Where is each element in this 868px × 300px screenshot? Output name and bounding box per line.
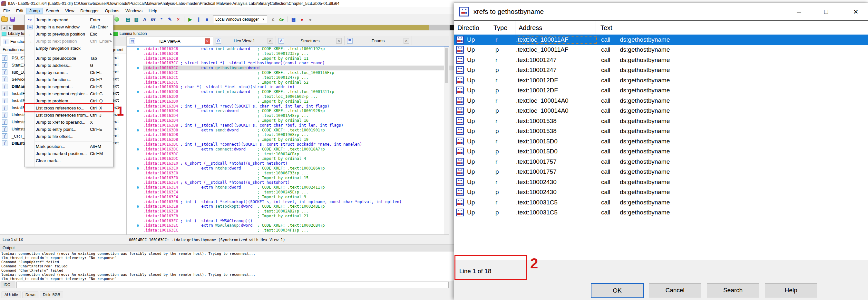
menubar-item[interactable]: Edit <box>13 8 26 14</box>
menu-item[interactable]: Jump to pseudocode Tab <box>25 55 113 62</box>
add-breakpoint-icon[interactable]: ● <box>298 16 306 23</box>
disassembly-line[interactable]: .idata:100163E0 ; Import by ordinal 15 <box>143 176 461 181</box>
xref-row[interactable]: Up p .text:10001247 call ds:gethostbynam… <box>454 65 868 76</box>
menu-item[interactable]: Jump to problem... Ctrl+Q <box>25 97 113 104</box>
xref-row[interactable]: Up r .text:100012DF call ds:gethostbynam… <box>454 75 868 86</box>
menu-item[interactable]: Empty navigation stack <box>25 45 113 52</box>
close-icon[interactable]: ✕ <box>205 38 210 44</box>
menu-item[interactable]: Jump to xref to operand... X <box>25 118 113 126</box>
debugger-select[interactable]: Local Windows debugger ▼ <box>213 16 267 23</box>
menubar-item[interactable]: File <box>0 8 13 14</box>
view-tab[interactable]: ▤ IDA View-A ✕ <box>127 36 213 46</box>
edit-icon[interactable]: ✎ <box>166 16 174 23</box>
xref-row[interactable]: Up p .text:10002430 call ds:gethostbynam… <box>454 187 868 198</box>
disassembly-listing[interactable]: .idata:100163C8 extrn inet_addr:dword ; … <box>127 47 461 233</box>
close-icon[interactable]: ✕ <box>268 38 273 44</box>
xref-row[interactable]: Up r .text:loc_100011AF call ds:gethostb… <box>454 34 868 45</box>
disassembly-line[interactable]: .idata:100163E4 ; Import by ordinal 9 <box>143 195 461 199</box>
menu-item[interactable]: Jump to segment... Ctrl+S <box>25 83 113 90</box>
menubar-item[interactable]: Search <box>43 8 62 14</box>
cancel-button[interactable]: Cancel <box>649 283 701 297</box>
attach-process-icon[interactable]: c <box>270 16 277 23</box>
disassembly-line[interactable]: .idata:100163D8 ; Import by ordinal 19 <box>143 137 461 142</box>
disassembly-line[interactable]: .idata:100163E4 ; u_short (__stdcall *ht… <box>143 180 461 185</box>
menu-item[interactable]: Jump to entry point... Ctrl+E <box>25 126 113 133</box>
disassembly-line[interactable]: .idata:100163DC ; int (__stdcall *connec… <box>143 142 461 147</box>
disassembly-line[interactable]: .idata:100163D4 ; int (__stdcall *recv)(… <box>143 104 461 109</box>
search-button[interactable]: Search <box>707 283 759 297</box>
disassembly-line[interactable]: .idata:100163EC ; int (__stdcall *WSACle… <box>143 219 461 223</box>
menu-item[interactable]: Jump to next position Ctrl+Enter <box>25 37 113 45</box>
xref-row[interactable]: Up r .text:10001757 call ds:gethostbynam… <box>454 157 868 167</box>
undefine-icon[interactable]: × <box>174 16 182 23</box>
disassembly-line[interactable]: .idata:100163E8 extrn setsockopt:dword ;… <box>143 204 461 209</box>
disassembly-line[interactable]: .idata:100163C8 extrn inet_addr:dword ; … <box>143 47 461 51</box>
nav-right-icon[interactable]: ▶ <box>7 25 13 30</box>
xref-row[interactable]: Up r .text:10002430 call ds:gethostbynam… <box>454 177 868 187</box>
xref-row[interactable]: Up r .text:loc_100014A0 call ds:gethostb… <box>454 96 868 106</box>
help-button[interactable]: Help <box>765 283 817 297</box>
close-icon[interactable]: ✕ <box>404 38 409 44</box>
menu-item[interactable] <box>25 140 113 143</box>
menu-item[interactable]: Jump to previous position Esc <box>25 30 113 37</box>
nav-left-icon[interactable]: ◀ <box>1 25 7 30</box>
close-icon[interactable]: ✕ <box>336 38 342 44</box>
menubar-item[interactable]: Jump <box>26 8 42 14</box>
menu-item[interactable]: Jump to file offset... <box>25 133 113 140</box>
view-tab[interactable]: A Structures ✕ <box>276 36 345 45</box>
breakpoint-list-icon[interactable]: ▦ <box>290 16 298 23</box>
menu-item[interactable]: List cross references to... Ctrl+X <box>25 104 113 111</box>
disassembly-line[interactable]: .idata:100163CC ; .text:10001247↑p ... <box>143 75 461 80</box>
delete-breakpoint-icon[interactable]: ● <box>307 16 314 23</box>
disassembly-line[interactable]: .idata:100163E0 extrn ntohs:dword ; CODE… <box>143 166 461 171</box>
menu-item[interactable] <box>25 52 113 55</box>
xref-row[interactable]: Up r .text:100015D0 call ds:gethostbynam… <box>454 136 868 146</box>
disassembly-line[interactable]: .idata:100163D0 ; .text:loc_10001602↑p .… <box>143 94 461 99</box>
disassembly-line[interactable]: .idata:100163EC extrn WSACleanup:dword ;… <box>143 223 461 228</box>
menu-item[interactable]: Jump in a new window Alt+Enter <box>25 23 113 30</box>
disassembly-line[interactable]: .idata:100163D4 extrn recv:dword ; CODE … <box>143 109 461 113</box>
output-panel-header[interactable]: Output <box>0 244 454 252</box>
xref-row[interactable]: Up p .text:10001538 call ds:gethostbynam… <box>454 126 868 137</box>
xref-row[interactable]: Up p .text:100012DF call ds:gethostbynam… <box>454 86 868 96</box>
disassembly-line[interactable]: .idata:100163EC ; .text:100034F1↑p ... <box>143 228 461 233</box>
disassembly-line[interactable]: .idata:100163CC ; Import by ordinal 52 <box>143 80 461 85</box>
xref-row[interactable]: Up r .text:100031C5 call ds:gethostbynam… <box>454 197 868 208</box>
disassembly-line[interactable]: .idata:100163D8 ; .text:100019A8↑p ... <box>143 132 461 137</box>
menu-item[interactable]: Jump to operand Enter <box>25 16 113 23</box>
menu-item[interactable]: Clear mark... <box>25 157 113 164</box>
continue-process-icon[interactable]: c▸ <box>278 16 286 23</box>
debug-pause-icon[interactable]: ∥ <box>195 16 203 23</box>
debug-start-icon[interactable]: ▶ <box>186 16 194 23</box>
menubar-item[interactable]: Options <box>102 8 122 14</box>
menu-item[interactable]: List cross references from... Ctrl+J <box>25 111 113 118</box>
lumina-status-icon[interactable] <box>115 17 119 22</box>
debug-stop-icon[interactable]: ■ <box>203 16 211 23</box>
menu-item[interactable]: Jump to function... Ctrl+P <box>25 76 113 83</box>
disassembly-line[interactable]: .idata:100163CC extrn gethostbyname:dwor… <box>143 65 461 71</box>
menu-item[interactable]: Jump to marked position... Ctrl+M <box>25 150 113 157</box>
xref-row[interactable]: Up r .text:10001247 call ds:gethostbynam… <box>454 55 868 65</box>
console-input[interactable] <box>17 281 449 288</box>
disassembly-line[interactable]: .idata:100163D4 ; .text:10001A48↑p ... <box>143 113 461 118</box>
xref-row[interactable]: Up p .text:loc_100011AF call ds:gethostb… <box>454 45 868 55</box>
view-tab[interactable]: ☰ Enums ✕ <box>345 36 412 45</box>
console-language-select[interactable]: IDC <box>1 281 15 288</box>
menu-item[interactable]: Jump to segment register... Ctrl+G <box>25 90 113 97</box>
disassembly-line[interactable]: .idata:100163E0 ; u_short (__stdcall *nt… <box>143 161 461 166</box>
column-type[interactable]: Type <box>490 21 516 35</box>
create-data-icon[interactable]: ▥ <box>132 16 140 23</box>
xref-row[interactable]: Up p .text:100015D0 call ds:gethostbynam… <box>454 146 868 157</box>
ok-button[interactable]: OK <box>591 283 644 298</box>
menubar-item[interactable]: Help <box>146 8 160 14</box>
disassembly-line[interactable]: .idata:100163D0 extrn inet_ntoa:dword ; … <box>143 89 461 94</box>
menubar-item[interactable]: Debugger <box>78 8 101 14</box>
xref-row[interactable]: Up r .text:10001538 call ds:gethostbynam… <box>454 116 868 126</box>
disassembly-line[interactable]: .idata:100163CC ; CODE XREF: .text:loc_1… <box>143 71 461 75</box>
patch-icon[interactable]: * <box>158 16 165 23</box>
disassembly-line[interactable]: .idata:100163DC ; Import by ordinal 4 <box>143 156 461 161</box>
save-icon[interactable] <box>10 17 15 22</box>
disassembly-line[interactable]: .idata:100163D8 extrn send:dword ; CODE … <box>143 128 461 133</box>
minimize-button[interactable]: – <box>791 5 807 19</box>
open-file-icon[interactable] <box>1 17 8 22</box>
